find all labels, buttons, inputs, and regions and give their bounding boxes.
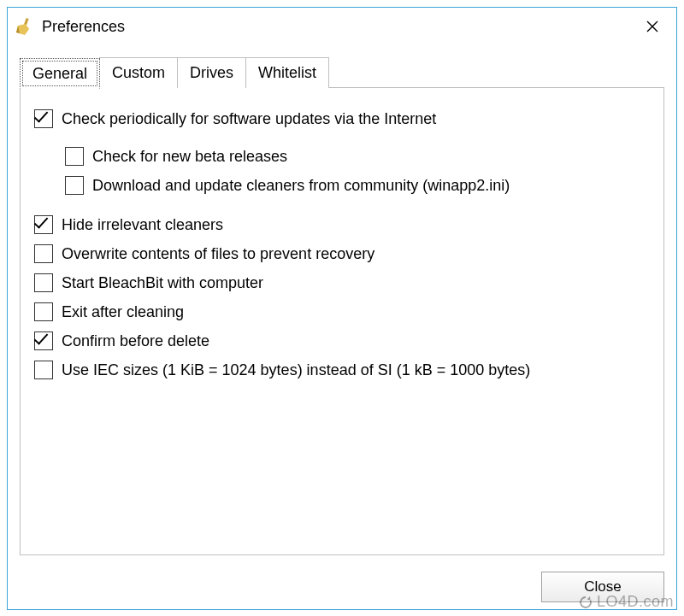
label-winapp2: Download and update cleaners from commun… — [92, 173, 510, 197]
option-start-with[interactable]: Start BleachBit with computer — [34, 271, 650, 295]
option-beta[interactable]: Check for new beta releases — [34, 144, 650, 168]
label-beta: Check for new beta releases — [92, 144, 287, 168]
label-start-with: Start BleachBit with computer — [62, 271, 263, 295]
option-exit-after[interactable]: Exit after cleaning — [34, 300, 650, 324]
option-winapp2[interactable]: Download and update cleaners from commun… — [34, 173, 650, 197]
option-check-updates[interactable]: Check periodically for software updates … — [34, 107, 650, 131]
option-overwrite[interactable]: Overwrite contents of files to prevent r… — [34, 242, 650, 266]
checkbox-beta[interactable] — [65, 147, 84, 166]
checkbox-iec-sizes[interactable] — [34, 361, 53, 379]
tab-page-general: Check periodically for software updates … — [20, 87, 664, 555]
tab-strip: General Custom Drives Whitelist — [20, 57, 664, 88]
label-overwrite: Overwrite contents of files to prevent r… — [62, 242, 374, 266]
tab-general[interactable]: General — [20, 58, 100, 89]
preferences-window: Preferences General Custom Drives Whitel… — [7, 7, 677, 610]
close-icon[interactable] — [632, 8, 673, 45]
window-title: Preferences — [42, 18, 632, 36]
checkbox-overwrite[interactable] — [34, 244, 53, 263]
option-confirm-delete[interactable]: Confirm before delete — [34, 329, 650, 353]
label-check-updates: Check periodically for software updates … — [62, 107, 436, 131]
option-hide-irrelevant[interactable]: Hide irrelevant cleaners — [34, 213, 650, 237]
checkbox-confirm-delete[interactable] — [34, 331, 53, 350]
label-iec-sizes: Use IEC sizes (1 KiB = 1024 bytes) inste… — [62, 358, 530, 382]
checkbox-hide-irrelevant[interactable] — [34, 215, 53, 234]
tabs-container: General Custom Drives Whitelist Check pe… — [8, 45, 676, 572]
tab-drives[interactable]: Drives — [177, 57, 246, 88]
checkbox-winapp2[interactable] — [65, 176, 84, 195]
tab-custom[interactable]: Custom — [99, 57, 178, 88]
checkbox-start-with[interactable] — [34, 273, 53, 292]
button-bar: Close — [8, 572, 676, 609]
label-exit-after: Exit after cleaning — [62, 300, 184, 324]
label-confirm-delete: Confirm before delete — [62, 329, 209, 353]
checkbox-check-updates[interactable] — [34, 109, 53, 128]
titlebar: Preferences — [8, 8, 676, 45]
tab-whitelist[interactable]: Whitelist — [245, 57, 329, 88]
option-iec-sizes[interactable]: Use IEC sizes (1 KiB = 1024 bytes) inste… — [34, 358, 650, 382]
checkbox-exit-after[interactable] — [34, 302, 53, 321]
label-hide-irrelevant: Hide irrelevant cleaners — [62, 213, 223, 237]
close-button[interactable]: Close — [541, 572, 664, 602]
broom-icon — [15, 17, 33, 36]
